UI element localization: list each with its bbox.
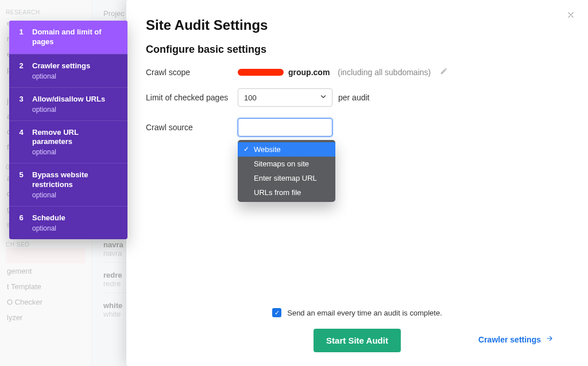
limit-pages-row: Limit of checked pages 100 per audit [146, 88, 568, 107]
domain-subdomains-note: (including all subdomains) [338, 68, 431, 77]
wizard-step-5[interactable]: 5 Bypass website restrictionsoptional [9, 163, 127, 206]
pencil-icon [440, 68, 448, 77]
limit-pages-label: Limit of checked pages [146, 93, 238, 102]
wizard-step-number: 6 [17, 213, 25, 232]
wizard-step-optional: optional [32, 72, 90, 80]
wizard-step-title: Crawler settings [32, 61, 90, 71]
sidebar-item: lyzer [6, 310, 86, 325]
start-site-audit-button[interactable]: Start Site Audit [314, 329, 401, 352]
wizard-step-title: Bypass website restrictions [32, 170, 119, 190]
wizard-step-optional: optional [32, 224, 65, 232]
wizard-step-optional: optional [32, 148, 119, 156]
limit-pages-value: 100 [244, 94, 257, 102]
domain-suffix: group.com [288, 68, 330, 77]
crawl-source-label: Crawl source [146, 123, 238, 132]
modal-subtitle: Configure basic settings [146, 44, 568, 56]
email-checkbox-label: Send an email every time an audit is com… [287, 309, 442, 317]
sidebar-section-label: CH SEO [6, 242, 86, 248]
crawl-scope-label: Crawl scope [146, 68, 238, 77]
wizard-step-title: Allow/disallow URLs [32, 95, 105, 104]
dropdown-option-enter-url[interactable]: Enter sitemap URL [238, 171, 335, 185]
crawl-source-dropdown: Website Sitemaps on site Enter sitemap U… [238, 140, 335, 202]
crawl-source-row: Crawl source Website Website Sitemaps on… [146, 118, 568, 137]
email-checkbox[interactable]: ✓ [272, 308, 281, 317]
dropdown-option-urls-file[interactable]: URLs from file [238, 185, 335, 200]
email-check-row: ✓ Send an email every time an audit is c… [146, 308, 568, 317]
check-icon: ✓ [274, 309, 280, 317]
domain-redaction [238, 69, 284, 76]
wizard-step-number: 5 [17, 170, 25, 199]
wizard-step-number: 3 [17, 95, 25, 114]
crawl-scope-row: Crawl scope group.com (including all sub… [146, 67, 568, 77]
wizard-step-title: Schedule [32, 213, 65, 223]
wizard-step-number: 4 [17, 128, 25, 157]
sidebar-section-label: RESEARCH [6, 9, 86, 15]
wizard-steps: 1 Domain and limit of pages 2 Crawler se… [9, 21, 127, 239]
wizard-step-title: Domain and limit of pages [32, 28, 119, 47]
wizard-step-optional: optional [32, 106, 105, 114]
wizard-step-number: 2 [17, 61, 25, 80]
next-step-label: Crawler settings [478, 335, 541, 344]
arrow-right-icon [546, 334, 554, 344]
wizard-step-2[interactable]: 2 Crawler settingsoptional [9, 54, 127, 87]
dropdown-option-website[interactable]: Website [238, 142, 335, 157]
next-step-link[interactable]: Crawler settings [478, 334, 554, 344]
wizard-step-optional: optional [32, 191, 119, 199]
site-audit-settings-modal: Site Audit Settings Configure basic sett… [126, 0, 588, 366]
wizard-step-3[interactable]: 3 Allow/disallow URLsoptional [9, 87, 127, 120]
limit-pages-select[interactable]: 100 [238, 88, 332, 107]
wizard-step-number: 1 [17, 28, 25, 47]
dropdown-option-sitemaps[interactable]: Sitemaps on site [238, 157, 335, 171]
modal-title: Site Audit Settings [146, 17, 568, 33]
edit-domain-button[interactable] [440, 67, 448, 77]
sidebar-item: O Checker [6, 294, 86, 310]
sidebar-item: t Template [6, 279, 86, 294]
sidebar-item: gement [6, 263, 86, 279]
wizard-step-4[interactable]: 4 Remove URL parametersoptional [9, 120, 127, 163]
wizard-step-1[interactable]: 1 Domain and limit of pages [9, 21, 127, 54]
chevron-down-icon [319, 93, 327, 103]
per-audit-text: per audit [338, 93, 369, 102]
wizard-step-title: Remove URL parameters [32, 128, 119, 147]
crawl-source-select[interactable]: Website [238, 118, 332, 137]
wizard-step-6[interactable]: 6 Scheduleoptional [9, 206, 127, 239]
modal-footer: ✓ Send an email every time an audit is c… [126, 308, 588, 352]
